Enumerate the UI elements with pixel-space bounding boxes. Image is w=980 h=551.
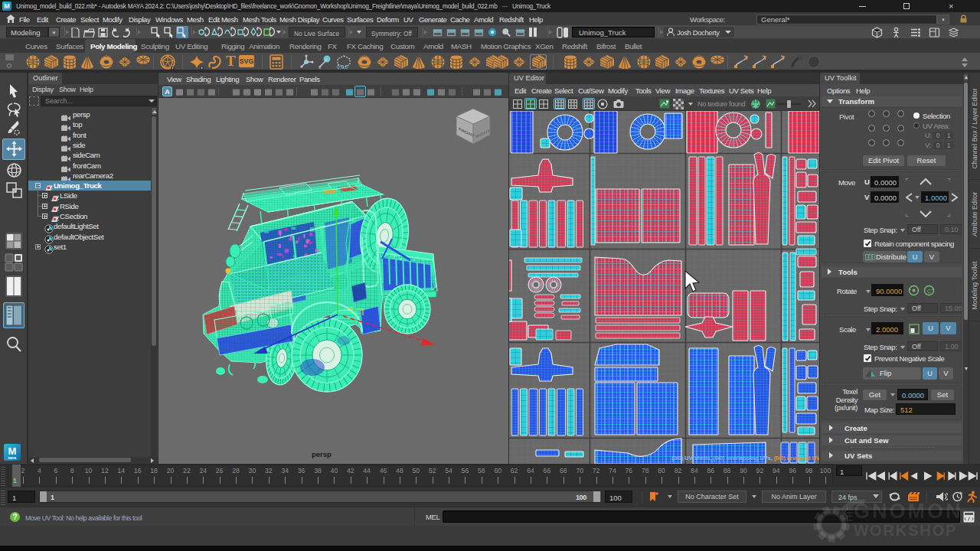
- svg-text:0,0,0: 0,0,0: [337, 64, 348, 70]
- svg-text:x: x: [318, 64, 322, 70]
- svg-text:C: C: [927, 289, 931, 294]
- svg-text:GNOMON: GNOMON: [854, 500, 963, 523]
- svg-text:WORKSHOP: WORKSHOP: [854, 521, 957, 539]
